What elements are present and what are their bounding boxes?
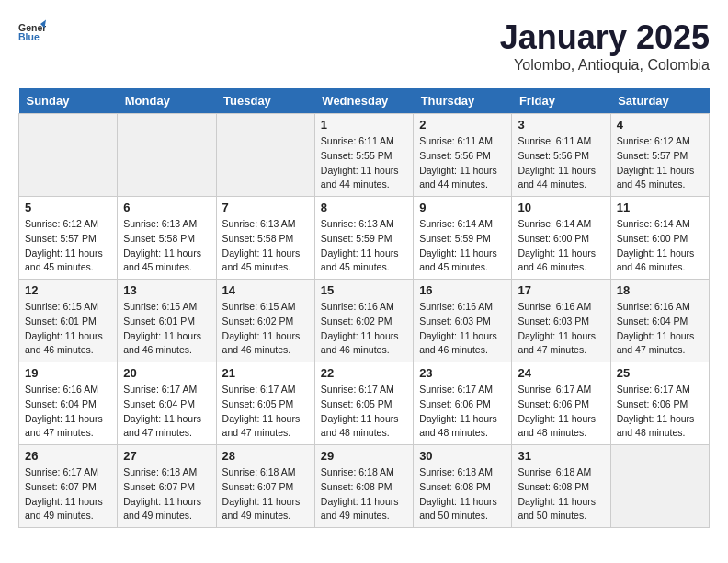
daylight-text: Daylight: 11 hours and 45 minutes.: [25, 247, 103, 273]
table-row: 4 Sunrise: 6:12 AM Sunset: 5:57 PM Dayli…: [610, 114, 709, 197]
sunset-text: Sunset: 6:05 PM: [222, 398, 294, 409]
day-number: 13: [123, 283, 210, 297]
daylight-text: Daylight: 11 hours and 46 minutes.: [25, 330, 103, 356]
sunset-text: Sunset: 6:06 PM: [518, 398, 589, 409]
daylight-text: Daylight: 11 hours and 47 minutes.: [25, 413, 103, 439]
day-info: Sunrise: 6:14 AM Sunset: 6:00 PM Dayligh…: [518, 217, 604, 275]
day-number: 9: [419, 201, 506, 214]
day-info: Sunrise: 6:17 AM Sunset: 6:06 PM Dayligh…: [518, 383, 604, 441]
daylight-text: Daylight: 11 hours and 45 minutes.: [419, 247, 497, 273]
day-info: Sunrise: 6:17 AM Sunset: 6:06 PM Dayligh…: [419, 383, 506, 441]
daylight-text: Daylight: 11 hours and 46 minutes.: [321, 330, 399, 356]
table-row: 16 Sunrise: 6:16 AM Sunset: 6:03 PM Dayl…: [414, 280, 512, 362]
table-row: [216, 114, 314, 197]
day-info: Sunrise: 6:13 AM Sunset: 5:58 PM Dayligh…: [222, 217, 309, 275]
sunrise-text: Sunrise: 6:11 AM: [419, 135, 493, 146]
daylight-text: Daylight: 11 hours and 47 minutes.: [518, 330, 596, 356]
sunset-text: Sunset: 5:57 PM: [617, 150, 688, 161]
header-wednesday: Wednesday: [314, 88, 413, 114]
calendar-week-row: 5 Sunrise: 6:12 AM Sunset: 5:57 PM Dayli…: [19, 197, 710, 280]
table-row: 14 Sunrise: 6:15 AM Sunset: 6:02 PM Dayl…: [216, 280, 314, 362]
day-number: 30: [419, 449, 506, 463]
day-info: Sunrise: 6:16 AM Sunset: 6:03 PM Dayligh…: [419, 300, 506, 358]
table-row: 29 Sunrise: 6:18 AM Sunset: 6:08 PM Dayl…: [314, 445, 413, 528]
daylight-text: Daylight: 11 hours and 44 minutes.: [518, 165, 596, 190]
day-info: Sunrise: 6:11 AM Sunset: 5:56 PM Dayligh…: [419, 134, 506, 192]
day-number: 15: [321, 283, 407, 297]
daylight-text: Daylight: 11 hours and 46 minutes.: [518, 247, 596, 273]
day-number: 18: [617, 283, 703, 297]
sunset-text: Sunset: 6:05 PM: [321, 398, 392, 409]
calendar-week-row: 1 Sunrise: 6:11 AM Sunset: 5:55 PM Dayli…: [19, 114, 710, 197]
table-row: 19 Sunrise: 6:16 AM Sunset: 6:04 PM Dayl…: [19, 362, 118, 445]
table-row: 27 Sunrise: 6:18 AM Sunset: 6:07 PM Dayl…: [118, 445, 216, 528]
sunrise-text: Sunrise: 6:15 AM: [25, 301, 98, 312]
table-row: 18 Sunrise: 6:16 AM Sunset: 6:04 PM Dayl…: [610, 280, 709, 362]
day-info: Sunrise: 6:14 AM Sunset: 6:00 PM Dayligh…: [617, 217, 703, 275]
header-thursday: Thursday: [414, 88, 512, 114]
daylight-text: Daylight: 11 hours and 45 minutes.: [321, 247, 399, 273]
day-number: 26: [25, 449, 111, 463]
day-info: Sunrise: 6:18 AM Sunset: 6:08 PM Dayligh…: [419, 465, 506, 523]
day-info: Sunrise: 6:12 AM Sunset: 5:57 PM Dayligh…: [25, 217, 111, 275]
sunset-text: Sunset: 5:59 PM: [321, 233, 392, 244]
table-row: 8 Sunrise: 6:13 AM Sunset: 5:59 PM Dayli…: [314, 197, 413, 280]
day-number: 4: [617, 118, 703, 132]
day-info: Sunrise: 6:15 AM Sunset: 6:02 PM Dayligh…: [222, 300, 309, 358]
sunrise-text: Sunrise: 6:11 AM: [321, 135, 394, 146]
sunset-text: Sunset: 6:01 PM: [123, 316, 195, 327]
sunrise-text: Sunrise: 6:16 AM: [321, 301, 394, 312]
daylight-text: Daylight: 11 hours and 48 minutes.: [617, 413, 695, 439]
header-monday: Monday: [118, 88, 216, 114]
sunrise-text: Sunrise: 6:17 AM: [617, 384, 690, 395]
day-info: Sunrise: 6:16 AM Sunset: 6:03 PM Dayligh…: [518, 300, 604, 358]
page-header: General Blue January 2025 Yolombo, Antio…: [18, 18, 710, 74]
table-row: 30 Sunrise: 6:18 AM Sunset: 6:08 PM Dayl…: [414, 445, 512, 528]
day-number: 8: [321, 201, 407, 214]
daylight-text: Daylight: 11 hours and 46 minutes.: [419, 330, 497, 356]
table-row: 31 Sunrise: 6:18 AM Sunset: 6:08 PM Dayl…: [512, 445, 610, 528]
day-number: 14: [222, 283, 309, 297]
day-number: 28: [222, 449, 309, 463]
sunrise-text: Sunrise: 6:14 AM: [419, 218, 493, 229]
table-row: 26 Sunrise: 6:17 AM Sunset: 6:07 PM Dayl…: [19, 445, 118, 528]
sunset-text: Sunset: 5:59 PM: [419, 233, 491, 244]
daylight-text: Daylight: 11 hours and 49 minutes.: [222, 496, 301, 522]
day-number: 5: [25, 201, 111, 214]
sunset-text: Sunset: 6:00 PM: [617, 233, 688, 244]
sunset-text: Sunset: 5:58 PM: [123, 233, 195, 244]
sunset-text: Sunset: 6:00 PM: [518, 233, 589, 244]
day-info: Sunrise: 6:17 AM Sunset: 6:05 PM Dayligh…: [222, 383, 309, 441]
daylight-text: Daylight: 11 hours and 47 minutes.: [222, 413, 301, 439]
day-number: 6: [123, 201, 210, 214]
day-info: Sunrise: 6:11 AM Sunset: 5:56 PM Dayligh…: [518, 134, 604, 192]
sunset-text: Sunset: 5:55 PM: [321, 150, 392, 161]
day-info: Sunrise: 6:11 AM Sunset: 5:55 PM Dayligh…: [321, 134, 407, 192]
day-info: Sunrise: 6:13 AM Sunset: 5:58 PM Dayligh…: [123, 217, 210, 275]
table-row: [610, 445, 709, 528]
header-saturday: Saturday: [610, 88, 709, 114]
daylight-text: Daylight: 11 hours and 49 minutes.: [123, 496, 201, 522]
daylight-text: Daylight: 11 hours and 46 minutes.: [617, 247, 695, 273]
daylight-text: Daylight: 11 hours and 49 minutes.: [321, 496, 399, 522]
daylight-text: Daylight: 11 hours and 49 minutes.: [25, 496, 103, 522]
sunset-text: Sunset: 6:03 PM: [419, 316, 491, 327]
daylight-text: Daylight: 11 hours and 47 minutes.: [123, 413, 201, 439]
sunset-text: Sunset: 6:04 PM: [25, 398, 97, 409]
daylight-text: Daylight: 11 hours and 48 minutes.: [419, 413, 497, 439]
sunrise-text: Sunrise: 6:14 AM: [518, 218, 591, 229]
sunrise-text: Sunrise: 6:15 AM: [222, 301, 296, 312]
table-row: 24 Sunrise: 6:17 AM Sunset: 6:06 PM Dayl…: [512, 362, 610, 445]
sunrise-text: Sunrise: 6:18 AM: [518, 466, 591, 477]
logo-icon: General Blue: [18, 18, 46, 46]
sunrise-text: Sunrise: 6:13 AM: [123, 218, 197, 229]
title-section: January 2025 Yolombo, Antioquia, Colombi…: [500, 18, 710, 74]
sunrise-text: Sunrise: 6:17 AM: [518, 384, 591, 395]
table-row: 15 Sunrise: 6:16 AM Sunset: 6:02 PM Dayl…: [314, 280, 413, 362]
calendar-table: Sunday Monday Tuesday Wednesday Thursday…: [18, 88, 710, 528]
sunset-text: Sunset: 6:08 PM: [321, 481, 392, 492]
daylight-text: Daylight: 11 hours and 50 minutes.: [518, 496, 596, 522]
day-info: Sunrise: 6:18 AM Sunset: 6:07 PM Dayligh…: [123, 465, 210, 523]
table-row: 25 Sunrise: 6:17 AM Sunset: 6:06 PM Dayl…: [610, 362, 709, 445]
sunrise-text: Sunrise: 6:17 AM: [222, 384, 296, 395]
